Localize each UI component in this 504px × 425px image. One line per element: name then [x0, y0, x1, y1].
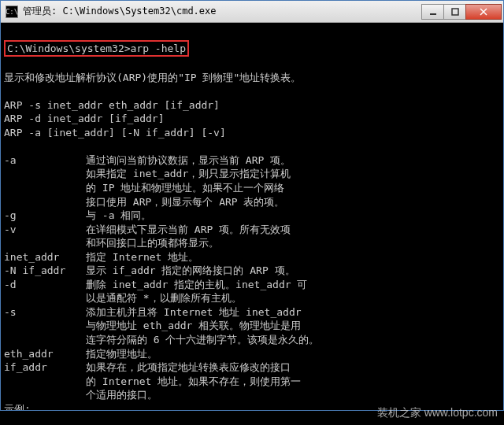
intro-text: 显示和修改地址解析协议(ARP)使用的"IP 到物理"地址转换表。	[4, 72, 301, 83]
option-key: -g	[4, 209, 86, 223]
syntax-line: ARP -a [inet_addr] [-N if_addr] [-v]	[4, 127, 226, 139]
syntax-line: ARP -d inet_addr [if_addr]	[4, 113, 165, 124]
syntax-line: ARP -s inet_addr eth_addr [if_addr]	[4, 99, 220, 111]
option-row: -s添加主机并且将 Internet 地址 inet_addr 与物理地址 et…	[4, 305, 500, 347]
highlighted-command: C:\Windows\system32>arp -help	[4, 40, 189, 57]
option-desc: 删除 inet_addr 指定的主机。inet_addr 可 以是通配符 *，以…	[86, 278, 500, 305]
option-row: -N if_addr显示 if_addr 指定的网络接口的 ARP 项。	[4, 264, 500, 278]
title-text: 管理员: C:\Windows\System32\cmd.exe	[23, 5, 422, 18]
titlebar[interactable]: C:\ 管理员: C:\Windows\System32\cmd.exe	[1, 1, 503, 23]
option-row: eth_addr指定物理地址。	[4, 347, 500, 361]
option-key: -d	[4, 278, 86, 305]
option-row: -a通过询问当前协议数据，显示当前 ARP 项。 如果指定 inet_addr，…	[4, 153, 500, 209]
window-controls	[422, 4, 502, 20]
option-desc: 指定物理地址。	[86, 347, 500, 361]
option-desc: 指定 Internet 地址。	[86, 250, 500, 264]
option-key: inet_addr	[4, 250, 86, 264]
close-icon	[480, 8, 487, 16]
cmd-icon: C:\	[6, 6, 18, 18]
svg-rect-1	[452, 9, 458, 15]
option-desc: 如果存在，此项指定地址转换表应修改的接口 的 Internet 地址。如果不存在…	[86, 360, 500, 402]
cmd-window: C:\ 管理员: C:\Windows\System32\cmd.exe C:\…	[0, 0, 504, 411]
option-key: eth_addr	[4, 347, 86, 361]
option-key: -v	[4, 223, 86, 250]
close-button[interactable]	[465, 4, 502, 20]
option-row: -v在详细模式下显示当前 ARP 项。所有无效项 和环回接口上的项都将显示。	[4, 223, 500, 250]
option-desc: 在详细模式下显示当前 ARP 项。所有无效项 和环回接口上的项都将显示。	[86, 223, 500, 250]
examples-header: 示例:	[4, 403, 31, 410]
option-row: -d删除 inet_addr 指定的主机。inet_addr 可 以是通配符 *…	[4, 278, 500, 305]
option-row: -g与 -a 相同。	[4, 209, 500, 223]
option-desc: 添加主机并且将 Internet 地址 inet_addr 与物理地址 eth_…	[86, 305, 500, 347]
option-row: if_addr如果存在，此项指定地址转换表应修改的接口 的 Internet 地…	[4, 360, 500, 402]
option-key: -N if_addr	[4, 264, 86, 278]
watermark: 装机之家 www.lotpc.com	[377, 406, 498, 420]
minimize-button[interactable]	[421, 4, 444, 20]
option-key: -a	[4, 153, 86, 209]
option-key: if_addr	[4, 360, 86, 402]
option-row: inet_addr指定 Internet 地址。	[4, 250, 500, 264]
option-key: -s	[4, 305, 86, 347]
maximize-icon	[451, 8, 459, 16]
option-desc: 通过询问当前协议数据，显示当前 ARP 项。 如果指定 inet_addr，则只…	[86, 153, 500, 209]
maximize-button[interactable]	[443, 4, 466, 20]
option-desc: 显示 if_addr 指定的网络接口的 ARP 项。	[86, 264, 500, 278]
option-desc: 与 -a 相同。	[86, 209, 500, 223]
minimize-icon	[429, 8, 437, 16]
terminal-output[interactable]: C:\Windows\system32>arp -help 显示和修改地址解析协…	[1, 23, 503, 410]
